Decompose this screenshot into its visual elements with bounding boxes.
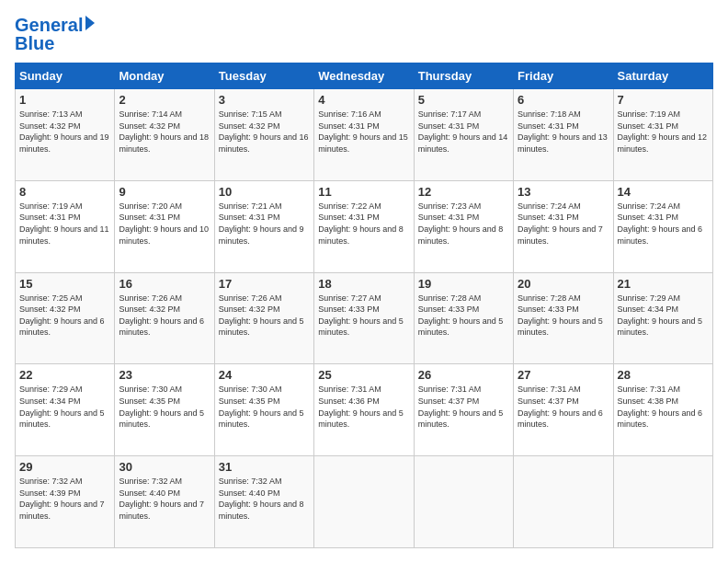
calendar-cell: 6 Sunrise: 7:18 AMSunset: 4:31 PMDayligh… <box>514 89 613 181</box>
calendar-cell: 22 Sunrise: 7:29 AMSunset: 4:34 PMDaylig… <box>16 364 115 456</box>
calendar-cell: 28 Sunrise: 7:31 AMSunset: 4:38 PMDaylig… <box>613 364 712 456</box>
day-info: Sunrise: 7:19 AMSunset: 4:31 PMDaylight:… <box>19 201 109 246</box>
calendar-cell: 25 Sunrise: 7:31 AMSunset: 4:36 PMDaylig… <box>314 364 414 456</box>
day-number: 23 <box>119 368 210 382</box>
day-number: 22 <box>19 368 110 382</box>
day-info: Sunrise: 7:31 AMSunset: 4:36 PMDaylight:… <box>318 385 404 429</box>
calendar-cell: 24 Sunrise: 7:30 AMSunset: 4:35 PMDaylig… <box>214 364 313 456</box>
day-number: 31 <box>219 460 310 474</box>
calendar-cell: 7 Sunrise: 7:19 AMSunset: 4:31 PMDayligh… <box>613 89 712 181</box>
day-info: Sunrise: 7:24 AMSunset: 4:31 PMDaylight:… <box>518 201 603 246</box>
day-info: Sunrise: 7:24 AMSunset: 4:31 PMDaylight:… <box>618 201 703 246</box>
day-number: 17 <box>219 277 310 291</box>
day-number: 1 <box>19 93 110 107</box>
weekday-header-saturday: Saturday <box>613 63 712 89</box>
week-row-2: 8 Sunrise: 7:19 AMSunset: 4:31 PMDayligh… <box>16 180 713 272</box>
day-info: Sunrise: 7:29 AMSunset: 4:34 PMDaylight:… <box>19 385 105 429</box>
logo-blue-text: Blue <box>15 33 54 53</box>
day-info: Sunrise: 7:15 AMSunset: 4:32 PMDaylight:… <box>219 109 309 154</box>
calendar-cell: 21 Sunrise: 7:29 AMSunset: 4:34 PMDaylig… <box>613 272 712 364</box>
week-row-5: 29 Sunrise: 7:32 AMSunset: 4:39 PMDaylig… <box>16 456 713 548</box>
calendar-cell: 29 Sunrise: 7:32 AMSunset: 4:39 PMDaylig… <box>16 456 115 548</box>
calendar-cell: 31 Sunrise: 7:32 AMSunset: 4:40 PMDaylig… <box>214 456 313 548</box>
calendar-cell: 5 Sunrise: 7:17 AMSunset: 4:31 PMDayligh… <box>414 89 513 181</box>
logo-arrow-icon <box>85 16 95 30</box>
calendar-cell: 23 Sunrise: 7:30 AMSunset: 4:35 PMDaylig… <box>115 364 214 456</box>
day-info: Sunrise: 7:16 AMSunset: 4:31 PMDaylight:… <box>318 109 408 154</box>
calendar-cell: 10 Sunrise: 7:21 AMSunset: 4:31 PMDaylig… <box>214 180 313 272</box>
day-info: Sunrise: 7:18 AMSunset: 4:31 PMDaylight:… <box>518 109 608 154</box>
header: General Blue <box>15 15 713 53</box>
day-info: Sunrise: 7:31 AMSunset: 4:37 PMDaylight:… <box>418 385 504 429</box>
day-info: Sunrise: 7:28 AMSunset: 4:33 PMDaylight:… <box>418 293 504 338</box>
weekday-header-row: SundayMondayTuesdayWednesdayThursdayFrid… <box>16 63 713 89</box>
day-info: Sunrise: 7:21 AMSunset: 4:31 PMDaylight:… <box>219 201 304 246</box>
week-row-3: 15 Sunrise: 7:25 AMSunset: 4:32 PMDaylig… <box>16 272 713 364</box>
day-info: Sunrise: 7:13 AMSunset: 4:32 PMDaylight:… <box>19 109 109 154</box>
day-number: 14 <box>618 185 709 199</box>
day-number: 12 <box>418 185 509 199</box>
calendar-cell: 4 Sunrise: 7:16 AMSunset: 4:31 PMDayligh… <box>314 89 414 181</box>
day-info: Sunrise: 7:31 AMSunset: 4:37 PMDaylight:… <box>518 385 603 429</box>
calendar-table: SundayMondayTuesdayWednesdayThursdayFrid… <box>15 63 713 548</box>
day-info: Sunrise: 7:30 AMSunset: 4:35 PMDaylight:… <box>119 385 204 429</box>
day-info: Sunrise: 7:29 AMSunset: 4:34 PMDaylight:… <box>618 293 703 338</box>
day-info: Sunrise: 7:30 AMSunset: 4:35 PMDaylight:… <box>219 385 304 429</box>
calendar-cell: 30 Sunrise: 7:32 AMSunset: 4:40 PMDaylig… <box>115 456 214 548</box>
day-info: Sunrise: 7:23 AMSunset: 4:31 PMDaylight:… <box>418 201 504 246</box>
calendar-cell: 20 Sunrise: 7:28 AMSunset: 4:33 PMDaylig… <box>514 272 613 364</box>
day-number: 28 <box>618 368 709 382</box>
day-info: Sunrise: 7:20 AMSunset: 4:31 PMDaylight:… <box>119 201 209 246</box>
day-number: 3 <box>219 93 310 107</box>
day-info: Sunrise: 7:32 AMSunset: 4:40 PMDaylight:… <box>219 477 304 521</box>
day-info: Sunrise: 7:25 AMSunset: 4:32 PMDaylight:… <box>19 293 105 338</box>
calendar-cell: 27 Sunrise: 7:31 AMSunset: 4:37 PMDaylig… <box>514 364 613 456</box>
day-info: Sunrise: 7:26 AMSunset: 4:32 PMDaylight:… <box>219 293 304 338</box>
calendar-cell: 26 Sunrise: 7:31 AMSunset: 4:37 PMDaylig… <box>414 364 513 456</box>
day-number: 5 <box>418 93 509 107</box>
day-info: Sunrise: 7:26 AMSunset: 4:32 PMDaylight:… <box>119 293 204 338</box>
calendar-cell: 11 Sunrise: 7:22 AMSunset: 4:31 PMDaylig… <box>314 180 414 272</box>
calendar-cell: 14 Sunrise: 7:24 AMSunset: 4:31 PMDaylig… <box>613 180 712 272</box>
day-info: Sunrise: 7:22 AMSunset: 4:31 PMDaylight:… <box>318 201 404 246</box>
calendar-cell: 3 Sunrise: 7:15 AMSunset: 4:32 PMDayligh… <box>214 89 313 181</box>
day-number: 8 <box>19 185 110 199</box>
day-number: 10 <box>219 185 310 199</box>
day-info: Sunrise: 7:32 AMSunset: 4:40 PMDaylight:… <box>119 477 204 521</box>
calendar-cell <box>514 456 613 548</box>
weekday-header-tuesday: Tuesday <box>214 63 313 89</box>
calendar-cell: 18 Sunrise: 7:27 AMSunset: 4:33 PMDaylig… <box>314 272 414 364</box>
calendar-cell: 1 Sunrise: 7:13 AMSunset: 4:32 PMDayligh… <box>16 89 115 181</box>
weekday-header-monday: Monday <box>115 63 214 89</box>
page: General Blue SundayMondayTuesdayWednesda… <box>0 0 728 563</box>
day-number: 19 <box>418 277 509 291</box>
weekday-header-friday: Friday <box>514 63 613 89</box>
calendar-cell: 13 Sunrise: 7:24 AMSunset: 4:31 PMDaylig… <box>514 180 613 272</box>
calendar-cell: 19 Sunrise: 7:28 AMSunset: 4:33 PMDaylig… <box>414 272 513 364</box>
day-number: 11 <box>318 185 409 199</box>
day-number: 4 <box>318 93 409 107</box>
logo: General Blue <box>15 15 95 53</box>
calendar-cell: 9 Sunrise: 7:20 AMSunset: 4:31 PMDayligh… <box>115 180 214 272</box>
calendar-cell <box>414 456 513 548</box>
day-number: 2 <box>119 93 210 107</box>
weekday-header-thursday: Thursday <box>414 63 513 89</box>
day-number: 7 <box>618 93 709 107</box>
weekday-header-wednesday: Wednesday <box>314 63 414 89</box>
day-number: 26 <box>418 368 509 382</box>
calendar-cell: 2 Sunrise: 7:14 AMSunset: 4:32 PMDayligh… <box>115 89 214 181</box>
day-number: 29 <box>19 460 110 474</box>
weekday-header-sunday: Sunday <box>16 63 115 89</box>
week-row-4: 22 Sunrise: 7:29 AMSunset: 4:34 PMDaylig… <box>16 364 713 456</box>
day-number: 30 <box>119 460 210 474</box>
day-number: 15 <box>19 277 110 291</box>
week-row-1: 1 Sunrise: 7:13 AMSunset: 4:32 PMDayligh… <box>16 89 713 181</box>
day-number: 27 <box>518 368 609 382</box>
calendar-cell <box>613 456 712 548</box>
day-number: 16 <box>119 277 210 291</box>
day-info: Sunrise: 7:19 AMSunset: 4:31 PMDaylight:… <box>618 109 708 154</box>
day-number: 18 <box>318 277 409 291</box>
calendar-cell: 17 Sunrise: 7:26 AMSunset: 4:32 PMDaylig… <box>214 272 313 364</box>
day-info: Sunrise: 7:31 AMSunset: 4:38 PMDaylight:… <box>618 385 703 429</box>
day-number: 13 <box>518 185 609 199</box>
